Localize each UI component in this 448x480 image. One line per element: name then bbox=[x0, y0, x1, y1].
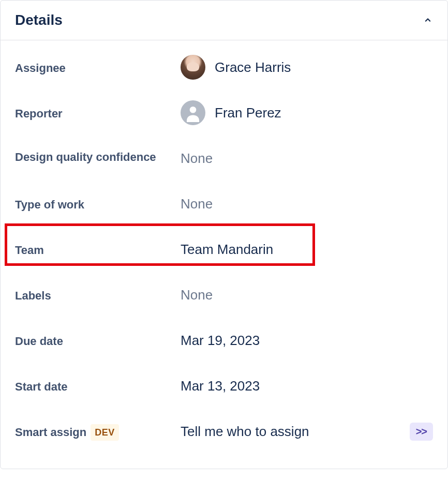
dev-badge: DEV bbox=[91, 424, 119, 441]
avatar-assignee bbox=[181, 55, 205, 80]
details-header[interactable]: Details bbox=[1, 1, 447, 40]
design-quality-value: None bbox=[181, 151, 213, 167]
field-smart-assign[interactable]: Smart assign DEV Tell me who to assign >… bbox=[1, 409, 447, 454]
assignee-name: Grace Harris bbox=[215, 59, 291, 76]
field-value-design-quality: None bbox=[181, 146, 433, 171]
labels-value: None bbox=[181, 287, 213, 303]
field-label-team: Team bbox=[15, 237, 181, 259]
details-panel: Details Assignee Grace Harris Reporter F… bbox=[0, 0, 448, 469]
field-value-team: Team Mandarin bbox=[181, 237, 433, 262]
field-assignee[interactable]: Assignee Grace Harris bbox=[1, 44, 447, 90]
field-label-due-date: Due date bbox=[15, 328, 181, 350]
field-value-smart-assign: Tell me who to assign >> bbox=[181, 419, 433, 444]
field-label-design-quality: Design quality confidence bbox=[15, 146, 181, 166]
field-value-due-date: Mar 19, 2023 bbox=[181, 328, 433, 353]
field-label-type-of-work: Type of work bbox=[15, 191, 181, 213]
start-date-value: Mar 13, 2023 bbox=[181, 378, 260, 394]
field-label-start-date: Start date bbox=[15, 373, 181, 395]
field-value-type-of-work: None bbox=[181, 191, 433, 216]
field-value-start-date: Mar 13, 2023 bbox=[181, 373, 433, 398]
field-reporter[interactable]: Reporter Fran Perez bbox=[1, 90, 447, 136]
field-due-date[interactable]: Due date Mar 19, 2023 bbox=[1, 318, 447, 363]
field-label-labels: Labels bbox=[15, 282, 181, 304]
type-of-work-value: None bbox=[181, 196, 213, 212]
field-label-smart-assign: Smart assign DEV bbox=[15, 419, 181, 441]
person-icon bbox=[181, 100, 205, 125]
smart-assign-action-button[interactable]: >> bbox=[410, 423, 433, 441]
field-start-date[interactable]: Start date Mar 13, 2023 bbox=[1, 363, 447, 409]
field-labels[interactable]: Labels None bbox=[1, 272, 447, 318]
field-design-quality[interactable]: Design quality confidence None bbox=[1, 136, 447, 181]
field-value-reporter: Fran Perez bbox=[181, 100, 433, 125]
due-date-value: Mar 19, 2023 bbox=[181, 333, 260, 349]
chevron-up-icon bbox=[423, 15, 433, 25]
smart-assign-text: Tell me who to assign bbox=[181, 424, 309, 440]
smart-assign-label-text: Smart assign bbox=[15, 424, 86, 441]
panel-title: Details bbox=[15, 12, 63, 28]
details-body: Assignee Grace Harris Reporter Fran Pere… bbox=[1, 40, 447, 469]
team-value: Team Mandarin bbox=[181, 242, 273, 258]
svg-point-0 bbox=[190, 107, 197, 113]
field-label-assignee: Assignee bbox=[15, 55, 181, 77]
reporter-name: Fran Perez bbox=[215, 105, 281, 121]
field-value-assignee: Grace Harris bbox=[181, 55, 433, 80]
field-label-reporter: Reporter bbox=[15, 100, 181, 122]
field-team[interactable]: Team Team Mandarin bbox=[1, 227, 447, 272]
field-value-labels: None bbox=[181, 282, 433, 307]
field-type-of-work[interactable]: Type of work None bbox=[1, 181, 447, 227]
